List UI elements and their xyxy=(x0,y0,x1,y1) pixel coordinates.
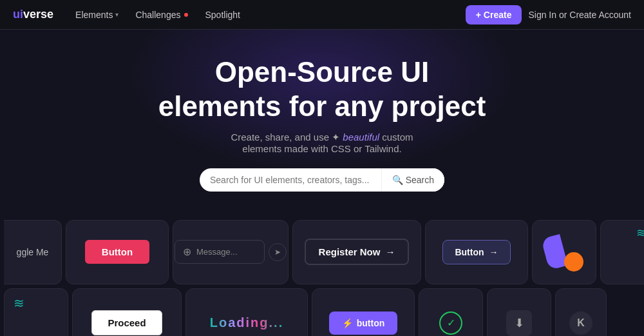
teal-icon-2: ≋ xyxy=(14,295,24,311)
hero-section: Open-Source UI elements for any project … xyxy=(0,30,644,220)
card-proceed: Proceed xyxy=(72,288,182,336)
card-teal-2: ≋ xyxy=(4,288,68,336)
purple-button-label: button xyxy=(357,318,385,328)
logo[interactable]: uiverse xyxy=(13,8,53,21)
purple-button[interactable]: ⚡ button xyxy=(329,311,398,335)
card-message: ⊕ Message... ➤ xyxy=(173,220,289,284)
card-register: Register Now → xyxy=(292,220,421,284)
challenges-dot xyxy=(184,13,188,17)
arrow-right-icon-2: → xyxy=(489,247,498,257)
card-k-badge: K xyxy=(555,288,607,336)
teal-icon: ≋ xyxy=(636,226,644,240)
nav-challenges-label: Challenges xyxy=(135,10,180,20)
card-download: ⬇ xyxy=(487,288,551,336)
nav-right: + Create Sign In or Create Account xyxy=(466,5,631,25)
register-now-button[interactable]: Register Now → xyxy=(305,239,410,265)
outline-button[interactable]: Button → xyxy=(442,240,510,264)
search-input[interactable] xyxy=(200,168,381,192)
cards-section: ggle Me Button ⊕ Message... ➤ Register N… xyxy=(0,220,644,336)
card-teal: ≋ xyxy=(600,220,644,284)
signin-button[interactable]: Sign In or Create Account xyxy=(528,10,631,20)
animated-shape xyxy=(545,233,583,272)
plus-circle-icon: ⊕ xyxy=(183,246,191,258)
search-bar: 🔍 Search xyxy=(200,168,444,192)
nav-links: Elements ▾ Challenges Spotlight xyxy=(69,6,450,24)
orange-shape xyxy=(564,252,583,272)
card-outline-button: Button → xyxy=(425,220,528,284)
search-icon: 🔍 xyxy=(392,175,403,185)
arrow-right-icon: → xyxy=(385,246,395,257)
hero-title: Open-Source UI elements for any project xyxy=(13,55,631,124)
download-icon: ⬇ xyxy=(506,310,532,336)
card-purple-button: ⚡ button xyxy=(312,288,415,336)
nav-item-challenges[interactable]: Challenges xyxy=(129,6,194,24)
register-label: Register Now xyxy=(319,246,381,257)
card-red-button: Button xyxy=(66,220,169,284)
nav-elements-label: Elements xyxy=(75,10,113,20)
red-button[interactable]: Button xyxy=(85,240,149,264)
check-circle: ✓ xyxy=(439,311,462,335)
chevron-down-icon: ▾ xyxy=(115,11,118,18)
message-input: ⊕ Message... xyxy=(175,240,265,264)
cards-row-1: ggle Me Button ⊕ Message... ➤ Register N… xyxy=(0,220,644,284)
card-loading: Loading... xyxy=(185,288,308,336)
search-button[interactable]: 🔍 Search xyxy=(381,168,444,192)
logo-verse: verse xyxy=(23,8,53,21)
create-button[interactable]: + Create xyxy=(466,5,522,25)
send-button[interactable]: ➤ xyxy=(269,243,287,261)
nav-spotlight-label: Spotlight xyxy=(205,10,240,20)
card-animation xyxy=(532,220,596,284)
card-toggle-partial: ggle Me xyxy=(4,220,62,284)
message-placeholder: Message... xyxy=(196,247,238,257)
card-check: ✓ xyxy=(419,288,483,336)
proceed-button[interactable]: Proceed xyxy=(91,310,162,335)
hero-subtitle: Create, share, and use ✦ beautiful custo… xyxy=(13,132,631,154)
nav-item-elements[interactable]: Elements ▾ xyxy=(69,6,125,24)
cards-row-2: ≋ Proceed Loading... ⚡ button ✓ ⬇ K xyxy=(0,288,644,336)
nav-item-spotlight[interactable]: Spotlight xyxy=(198,6,246,24)
logo-ui: ui xyxy=(13,8,23,21)
k-badge: K xyxy=(569,311,592,335)
loading-text: Loading... xyxy=(210,315,283,330)
toggle-label: ggle Me xyxy=(17,247,49,257)
lightning-icon: ⚡ xyxy=(342,318,353,328)
outline-button-label: Button xyxy=(455,247,484,257)
navbar: uiverse Elements ▾ Challenges Spotlight … xyxy=(0,0,644,30)
